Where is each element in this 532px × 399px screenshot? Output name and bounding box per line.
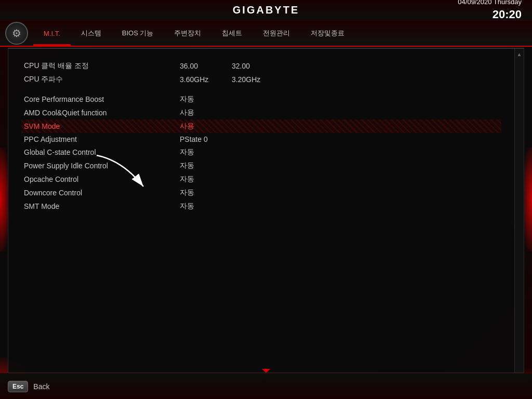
setting-label-power-supply: Power Supply Idle Control <box>24 162 180 170</box>
table-row[interactable]: Core Performance Boost 자동 <box>24 92 499 106</box>
nav-item-save[interactable]: 저장및종료 <box>300 21 355 46</box>
setting-label-cpu-multiplier: CPU 클럭 배율 조정 <box>24 61 180 71</box>
setting-label-downcore: Downcore Control <box>24 189 180 197</box>
setting-value-opcache: 자동 <box>180 175 232 184</box>
table-row[interactable]: PPC Adjustment PState 0 <box>24 133 499 145</box>
setting-value-amd-cool: 사용 <box>180 108 232 117</box>
setting-value-svm-mode: 사용 <box>180 122 232 131</box>
nav-item-peripherals[interactable]: 주변장치 <box>164 21 211 46</box>
nav-item-system[interactable]: 시스템 <box>71 21 112 46</box>
date-display: 04/09/2020 Thursday <box>458 0 522 7</box>
nav-item-power[interactable]: 전원관리 <box>252 21 300 46</box>
setting-value2-cpu-multiplier: 32.00 <box>232 62 250 70</box>
nav-item-bios[interactable]: BIOS 기능 <box>112 21 164 46</box>
bottom-triangle-decoration <box>262 369 270 373</box>
setting-value-smt-mode: 자동 <box>180 202 232 211</box>
setting-value-cpu-multiplier: 36.00 <box>180 62 232 70</box>
esc-key-button[interactable]: Esc <box>8 381 28 392</box>
bottom-bar: Esc Back <box>0 373 532 399</box>
setting-value-cpu-freq: 3.60GHz <box>180 75 232 84</box>
setting-label-global-cstate: Global C-state Control <box>24 148 180 156</box>
table-row-highlighted[interactable]: SVM Mode 사용 <box>21 119 501 133</box>
setting-value-ppc: PState 0 <box>180 135 232 143</box>
navigation-bar: ⚙ M.I.T. 시스템 BIOS 기능 주변장치 칩세트 전원관리 저장및종료 <box>0 21 532 47</box>
nav-item-chipset[interactable]: 칩세트 <box>211 21 252 46</box>
setting-value-core-boost: 자동 <box>180 95 232 104</box>
setting-label-svm-mode: SVM Mode <box>24 122 180 130</box>
nav-item-mit[interactable]: M.I.T. <box>33 21 71 46</box>
setting-value2-cpu-freq: 3.20GHz <box>232 75 260 84</box>
table-row[interactable]: Opcache Control 자동 <box>24 172 499 186</box>
setting-label-opcache: Opcache Control <box>24 175 180 183</box>
setting-value-power-supply: 자동 <box>180 161 232 170</box>
scroll-indicator[interactable]: ▲ <box>514 49 524 373</box>
main-content: ▲ CPU 클럭 배율 조정 36.00 32.00 CPU 주파수 3.60G… <box>8 48 524 373</box>
setting-label-smt-mode: SMT Mode <box>24 202 180 210</box>
gear-icon: ⚙ <box>12 27 21 39</box>
table-row[interactable]: SMT Mode 자동 <box>24 200 499 213</box>
settings-table: CPU 클럭 배율 조정 36.00 32.00 CPU 주파수 3.60GHz… <box>8 49 524 223</box>
table-row[interactable]: AMD Cool&Quiet function 사용 <box>24 106 499 119</box>
setting-label-amd-cool: AMD Cool&Quiet function <box>24 109 180 117</box>
setting-value-downcore: 자동 <box>180 188 232 197</box>
divider <box>24 86 499 92</box>
table-row[interactable]: Power Supply Idle Control 자동 <box>24 159 499 172</box>
scroll-arrow-icon: ▲ <box>517 51 522 57</box>
table-row[interactable]: CPU 주파수 3.60GHz 3.20GHz <box>24 73 499 86</box>
brand-logo: GIGABYTE <box>233 4 299 16</box>
setting-value-global-cstate: 자동 <box>180 148 232 157</box>
bios-logo: ⚙ <box>5 22 28 45</box>
nav-items: M.I.T. 시스템 BIOS 기능 주변장치 칩세트 전원관리 저장및종료 <box>33 21 527 46</box>
setting-label-core-boost: Core Performance Boost <box>24 95 180 103</box>
table-row[interactable]: Global C-state Control 자동 <box>24 145 499 159</box>
setting-label-cpu-freq: CPU 주파수 <box>24 75 180 84</box>
header: GIGABYTE 04/09/2020 Thursday 20:20 <box>0 0 532 21</box>
setting-label-ppc: PPC Adjustment <box>24 135 180 143</box>
back-label: Back <box>33 382 49 391</box>
table-row[interactable]: CPU 클럭 배율 조정 36.00 32.00 <box>24 59 499 73</box>
table-row[interactable]: Downcore Control 자동 <box>24 186 499 200</box>
datetime-display: 04/09/2020 Thursday 20:20 <box>458 0 522 23</box>
